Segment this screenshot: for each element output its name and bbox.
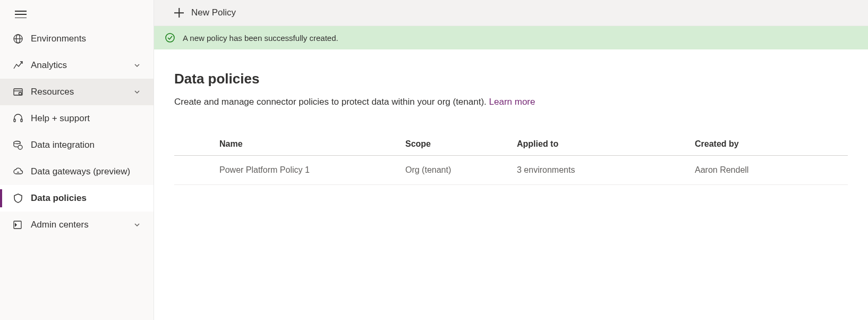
- banner-message: A new policy has been successfully creat…: [183, 33, 338, 43]
- resources-icon: [13, 87, 23, 97]
- svg-point-9: [18, 145, 22, 149]
- cloud-gateway-icon: [13, 166, 23, 177]
- sidebar-item-label: Resources: [31, 87, 133, 97]
- headset-icon: [13, 113, 23, 124]
- sidebar-item-label: Analytics: [31, 60, 133, 71]
- svg-point-12: [166, 33, 174, 42]
- toolbar: New Policy: [154, 0, 868, 26]
- sidebar-item-label: Admin centers: [31, 220, 133, 230]
- new-policy-label: New Policy: [191, 7, 236, 18]
- plus-icon: [174, 8, 184, 18]
- chevron-down-icon: [133, 221, 141, 229]
- sidebar-item-environments[interactable]: Environments: [0, 26, 154, 52]
- svg-point-8: [14, 141, 20, 144]
- sidebar-item-admin-centers[interactable]: Admin centers: [0, 212, 154, 238]
- analytics-icon: [13, 60, 23, 71]
- checkmark-circle-icon: [165, 32, 175, 43]
- page-description: Create and manage connector policies to …: [174, 97, 848, 107]
- sidebar-item-label: Environments: [31, 33, 141, 44]
- header-scope[interactable]: Scope: [405, 139, 517, 149]
- header-applied-to[interactable]: Applied to: [517, 139, 695, 149]
- sidebar-item-help-support[interactable]: Help + support: [0, 105, 154, 132]
- hamburger-menu-button[interactable]: [0, 0, 154, 26]
- sidebar-item-resources[interactable]: Resources: [0, 79, 154, 105]
- sidebar-item-label: Data policies: [31, 193, 141, 204]
- shield-icon: [13, 193, 23, 204]
- hamburger-icon: [15, 11, 27, 18]
- sidebar-item-data-integration[interactable]: Data integration: [0, 132, 154, 158]
- cell-applied-to: 3 environments: [517, 165, 695, 175]
- cell-scope: Org (tenant): [405, 165, 517, 175]
- sidebar-item-label: Data gateways (preview): [31, 166, 141, 177]
- svg-point-5: [19, 92, 22, 95]
- sidebar-item-label: Data integration: [31, 140, 141, 150]
- sidebar-item-data-policies[interactable]: Data policies: [0, 185, 154, 212]
- cell-name: Power Platform Policy 1: [219, 165, 405, 175]
- database-sync-icon: [13, 140, 23, 150]
- main-content: New Policy A new policy has been success…: [154, 0, 868, 320]
- admin-centers-icon: [13, 220, 23, 230]
- sidebar-item-label: Help + support: [31, 113, 141, 124]
- new-policy-button[interactable]: New Policy: [174, 7, 236, 18]
- header-name[interactable]: Name: [219, 139, 405, 149]
- table-row[interactable]: Power Platform Policy 1 Org (tenant) 3 e…: [174, 156, 848, 185]
- cell-created-by: Aaron Rendell: [695, 165, 848, 175]
- header-created-by[interactable]: Created by: [695, 139, 848, 149]
- sidebar: Environments Analytics Resources Help + …: [0, 0, 154, 320]
- sidebar-item-analytics[interactable]: Analytics: [0, 52, 154, 79]
- page-content: Data policies Create and manage connecto…: [154, 49, 868, 206]
- chevron-down-icon: [133, 62, 141, 69]
- policy-table: Name Scope Applied to Created by Power P…: [174, 133, 848, 185]
- table-header: Name Scope Applied to Created by: [174, 133, 848, 156]
- globe-icon: [13, 33, 23, 44]
- sidebar-item-data-gateways[interactable]: Data gateways (preview): [0, 158, 154, 185]
- chevron-down-icon: [133, 88, 141, 96]
- page-title: Data policies: [174, 71, 848, 87]
- learn-more-link[interactable]: Learn more: [489, 97, 535, 107]
- success-banner: A new policy has been successfully creat…: [154, 26, 868, 49]
